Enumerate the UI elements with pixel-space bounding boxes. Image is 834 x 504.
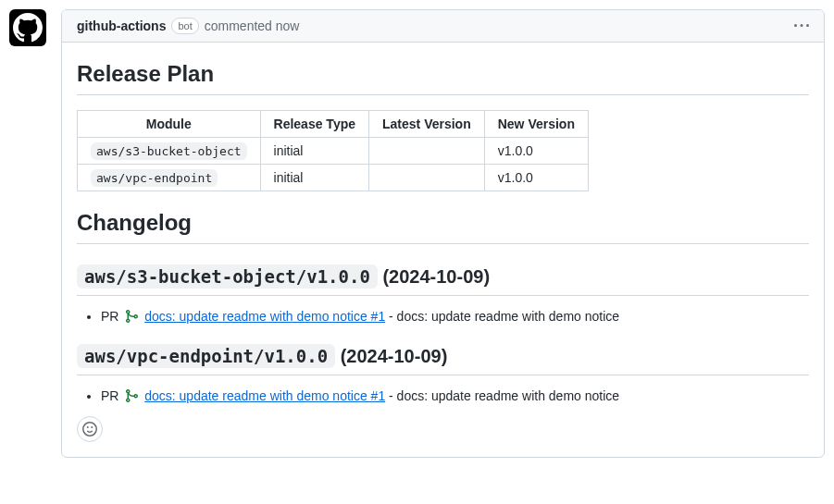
comment-header: github-actions bot commented now bbox=[62, 10, 824, 43]
module-name: aws/vpc-endpoint bbox=[91, 169, 218, 187]
col-latest-version: Latest Version bbox=[369, 111, 485, 138]
release-plan-heading: Release Plan bbox=[77, 61, 809, 95]
col-new-version: New Version bbox=[484, 111, 588, 138]
release-plan-table: Module Release Type Latest Version New V… bbox=[77, 110, 589, 191]
release-type: initial bbox=[260, 138, 368, 165]
entry-code: aws/s3-bucket-object/v1.0.0 bbox=[77, 264, 378, 289]
comment-body: Release Plan Module Release Type Latest … bbox=[62, 43, 824, 457]
pr-list: PR docs: update readme with demo notice … bbox=[77, 388, 809, 403]
kebab-icon bbox=[794, 18, 809, 33]
pr-suffix: - docs: update readme with demo notice bbox=[385, 388, 619, 403]
bot-badge: bot bbox=[171, 18, 198, 34]
module-name: aws/s3-bucket-object bbox=[91, 142, 247, 160]
entry-date: (2024-10-09) bbox=[382, 266, 490, 287]
pr-list: PR docs: update readme with demo notice … bbox=[77, 309, 809, 324]
release-type: initial bbox=[260, 165, 368, 191]
col-module: Module bbox=[78, 111, 261, 138]
table-row: aws/s3-bucket-object initial v1.0.0 bbox=[78, 138, 589, 165]
list-item: PR docs: update readme with demo notice … bbox=[101, 388, 809, 403]
add-reaction-button[interactable] bbox=[77, 416, 103, 442]
git-merge-icon bbox=[124, 309, 139, 324]
changelog-heading: Changelog bbox=[77, 210, 809, 244]
pr-link[interactable]: docs: update readme with demo notice #1 bbox=[144, 388, 385, 403]
changelog-entry-heading: aws/vpc-endpoint/v1.0.0 (2024-10-09) bbox=[77, 346, 809, 375]
pr-suffix: - docs: update readme with demo notice bbox=[385, 309, 619, 324]
avatar[interactable] bbox=[9, 9, 46, 46]
comment-box: github-actions bot commented now Release… bbox=[61, 9, 825, 458]
pr-link[interactable]: docs: update readme with demo notice #1 bbox=[144, 309, 385, 324]
smiley-icon bbox=[82, 422, 97, 436]
kebab-menu[interactable] bbox=[794, 18, 809, 33]
entry-code: aws/vpc-endpoint/v1.0.0 bbox=[77, 344, 335, 368]
github-logo-icon bbox=[13, 13, 43, 43]
table-row: aws/vpc-endpoint initial v1.0.0 bbox=[78, 165, 589, 191]
comment-time: commented now bbox=[205, 18, 300, 33]
comment-container: github-actions bot commented now Release… bbox=[9, 9, 825, 458]
new-version: v1.0.0 bbox=[484, 138, 588, 165]
changelog-entry-heading: aws/s3-bucket-object/v1.0.0 (2024-10-09) bbox=[77, 266, 809, 296]
list-item: PR docs: update readme with demo notice … bbox=[101, 309, 809, 324]
git-merge-icon bbox=[124, 388, 139, 403]
table-header-row: Module Release Type Latest Version New V… bbox=[78, 111, 589, 138]
entry-date: (2024-10-09) bbox=[341, 346, 448, 366]
latest-version bbox=[369, 165, 485, 191]
pr-prefix: PR bbox=[101, 388, 118, 403]
pr-prefix: PR bbox=[101, 309, 118, 324]
latest-version bbox=[369, 138, 485, 165]
comment-author[interactable]: github-actions bbox=[77, 18, 166, 33]
new-version: v1.0.0 bbox=[484, 165, 588, 191]
col-release-type: Release Type bbox=[260, 111, 368, 138]
